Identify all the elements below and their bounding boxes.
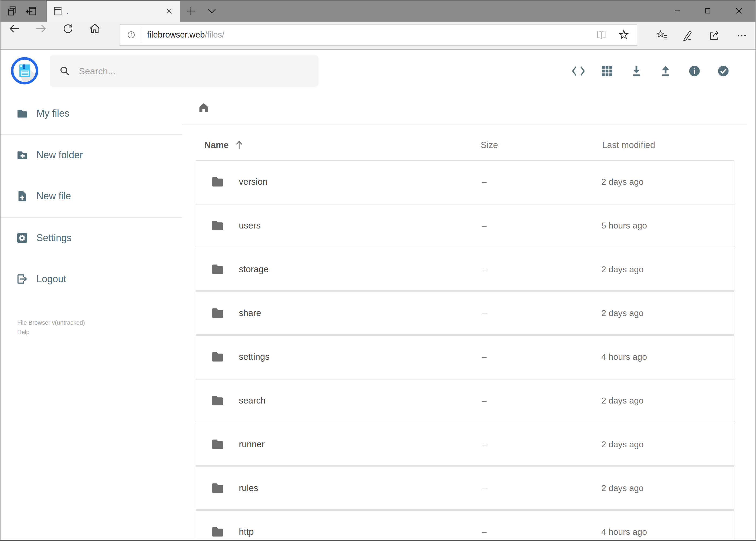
file-name: search — [239, 395, 266, 406]
file-name: rules — [239, 483, 258, 493]
file-modified: 2 days ago — [601, 439, 644, 449]
more-icon[interactable] — [732, 26, 751, 45]
download-icon[interactable] — [627, 61, 646, 81]
file-modified: 5 hours ago — [601, 221, 647, 231]
select-multiple-icon[interactable] — [714, 61, 733, 81]
file-row[interactable]: users – 5 hours ago — [196, 204, 734, 247]
logout-icon — [16, 273, 28, 285]
file-size: – — [482, 265, 487, 274]
minimize-icon[interactable] — [662, 0, 692, 22]
column-header-size[interactable]: Size — [481, 140, 498, 150]
browser-window: . — [0, 0, 756, 541]
new-folder-icon — [16, 149, 28, 161]
file-list: version – 2 days ago users – 5 hours ago… — [196, 160, 734, 540]
sidebar-item-logout[interactable]: Logout — [1, 270, 182, 287]
listing-divider — [182, 124, 747, 125]
reading-view-icon[interactable] — [596, 29, 607, 41]
sidebar-item-label: Settings — [36, 232, 72, 244]
favorites-hub-icon[interactable] — [652, 26, 672, 45]
sidebar-divider — [1, 134, 182, 135]
address-separator — [142, 27, 142, 43]
file-size: – — [482, 177, 487, 187]
filebrowser-logo[interactable] — [11, 57, 38, 85]
file-size: – — [482, 396, 487, 406]
file-name: settings — [239, 352, 270, 362]
window-edge — [0, 0, 1, 541]
breadcrumb-home-icon[interactable] — [197, 101, 210, 114]
file-size: – — [482, 483, 487, 493]
code-icon[interactable] — [569, 61, 588, 81]
file-name: storage — [239, 264, 269, 274]
file-row[interactable]: http – 4 hours ago — [196, 510, 734, 540]
favorite-star-icon[interactable] — [618, 29, 630, 41]
window-edge — [0, 540, 756, 541]
sidebar-item-settings[interactable]: Settings — [1, 230, 182, 246]
sidebar-item-label: Logout — [36, 273, 66, 285]
column-header-modified[interactable]: Last modified — [602, 140, 655, 150]
file-size: – — [482, 308, 487, 318]
help-link[interactable]: Help — [17, 327, 85, 337]
new-tab-icon[interactable] — [185, 5, 197, 17]
sidebar-item-new-folder[interactable]: New folder — [1, 147, 182, 164]
file-row[interactable]: version – 2 days ago — [196, 160, 734, 204]
file-row[interactable]: rules – 2 days ago — [196, 466, 734, 510]
folder-icon — [210, 262, 225, 277]
file-name: runner — [239, 439, 265, 449]
file-name: share — [239, 308, 261, 318]
sidebar-item-label: New file — [36, 191, 71, 202]
folder-icon — [210, 524, 225, 539]
search-box[interactable] — [50, 55, 319, 87]
folder-icon — [210, 218, 225, 233]
file-modified: 2 days ago — [601, 308, 644, 318]
file-modified: 4 hours ago — [601, 527, 647, 537]
search-input[interactable] — [78, 66, 295, 77]
file-row[interactable]: runner – 2 days ago — [196, 423, 734, 466]
file-row[interactable]: search – 2 days ago — [196, 379, 734, 422]
tab-preview-icon[interactable] — [6, 5, 18, 17]
settings-icon — [16, 232, 28, 244]
app-version: File Browser v(untracked) — [17, 318, 85, 327]
sidebar-item-new-file[interactable]: New file — [1, 188, 182, 205]
file-name: version — [239, 177, 267, 187]
info-icon[interactable] — [685, 61, 704, 81]
sidebar-item-my-files[interactable]: My files — [1, 105, 182, 122]
file-row[interactable]: settings – 4 hours ago — [196, 335, 734, 378]
refresh-icon[interactable] — [58, 18, 78, 39]
tab-dropdown-icon[interactable] — [206, 5, 218, 17]
column-label: Name — [204, 140, 229, 150]
close-window-icon[interactable] — [724, 0, 754, 22]
folder-icon — [210, 305, 225, 320]
file-size: – — [482, 352, 487, 362]
filebrowser-page: My files New folder New file Settings — [1, 51, 747, 540]
tab-favicon — [52, 6, 63, 16]
window-edge — [0, 0, 756, 1]
home-icon[interactable] — [85, 18, 105, 39]
file-modified: 2 days ago — [601, 396, 644, 406]
url-text: filebrowser.web/files/ — [147, 30, 224, 40]
file-row[interactable]: storage – 2 days ago — [196, 248, 734, 291]
grid-view-icon[interactable] — [597, 61, 617, 81]
web-note-icon[interactable] — [678, 26, 697, 45]
back-icon[interactable] — [4, 18, 25, 39]
share-icon[interactable] — [704, 26, 724, 45]
column-header-name[interactable]: Name — [204, 140, 243, 150]
sidebar-footer: File Browser v(untracked) Help — [17, 318, 85, 337]
file-size: – — [482, 439, 487, 449]
folder-icon — [210, 437, 225, 452]
folder-icon — [210, 393, 225, 408]
set-tabs-aside-icon[interactable] — [25, 5, 37, 17]
url-domain: filebrowser.web — [147, 30, 205, 39]
tab-title: . — [67, 7, 69, 16]
address-bar[interactable]: filebrowser.web/files/ — [120, 24, 637, 46]
maximize-icon[interactable] — [692, 0, 723, 22]
tab-close-icon[interactable] — [163, 5, 175, 17]
page-info-icon[interactable] — [126, 30, 136, 40]
browser-titlebar: . — [0, 0, 756, 22]
sidebar-item-label: New folder — [36, 149, 83, 161]
forward-icon[interactable] — [31, 18, 51, 39]
file-modified: 2 days ago — [601, 265, 644, 274]
file-row[interactable]: share – 2 days ago — [196, 291, 734, 335]
upload-icon[interactable] — [656, 61, 675, 81]
file-size: – — [482, 527, 487, 537]
file-name: http — [239, 527, 254, 537]
